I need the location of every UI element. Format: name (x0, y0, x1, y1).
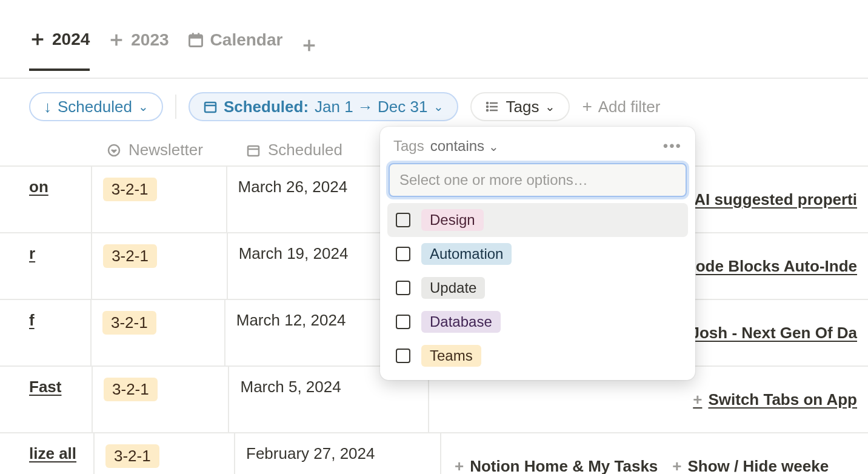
row-newsletter[interactable]: 3-2-1 (92, 167, 227, 232)
chevron-down-icon: ⌄ (489, 140, 499, 153)
arrow-down-icon: ↓ (44, 98, 52, 116)
row-newsletter[interactable]: 3-2-1 (95, 433, 235, 474)
relation-label: Switch Tabs on App (708, 390, 857, 409)
relation-label: Notion Home & My Tasks (470, 457, 658, 475)
calendar-icon (246, 143, 261, 158)
tab-2023[interactable]: 2023 (108, 19, 169, 69)
plus-icon (108, 32, 125, 48)
tag-option-automation[interactable]: Automation (387, 237, 688, 271)
more-icon[interactable]: ••• (663, 138, 682, 155)
relation-item[interactable]: +ode Blocks Auto-Inde (681, 244, 857, 288)
tag-option-update[interactable]: Update (387, 271, 688, 305)
tag-option-teams[interactable]: Teams (387, 339, 688, 373)
relation-item[interactable]: +Josh - Next Gen Of Da (675, 311, 857, 355)
newsletter-badge: 3-2-1 (103, 178, 157, 201)
plus-icon: + (455, 457, 464, 475)
row-title[interactable]: r (0, 233, 92, 299)
plus-icon (301, 37, 318, 54)
tag-chip: Update (421, 277, 485, 299)
svg-point-17 (487, 110, 488, 111)
svg-point-16 (487, 106, 488, 107)
plus-icon (29, 31, 46, 48)
col-header-title[interactable] (0, 135, 96, 165)
relation-label: ode Blocks Auto-Inde (696, 257, 857, 276)
popover-prop-label: Tags (393, 138, 424, 155)
plus-icon: + (693, 390, 702, 409)
row-extras: +Notion Home & My Tasks+Show / Hide week… (441, 433, 868, 474)
plus-icon: + (582, 97, 592, 116)
checkbox[interactable] (396, 281, 410, 295)
tags-filter-popover: Tags contains ⌄ ••• DesignAutomationUpda… (380, 127, 695, 380)
checkbox[interactable] (396, 247, 410, 261)
popover-header: Tags contains ⌄ ••• (387, 135, 688, 163)
chevron-down-icon: ⌄ (545, 99, 555, 114)
col-label: Scheduled (268, 141, 342, 159)
divider (175, 95, 176, 119)
chevron-down-icon: ⌄ (138, 99, 149, 114)
newsletter-badge: 3-2-1 (104, 378, 158, 401)
tab-label: Calendar (210, 30, 283, 50)
plus-icon: + (672, 457, 681, 475)
tag-option-database[interactable]: Database (387, 305, 688, 339)
checkbox[interactable] (396, 349, 410, 363)
tag-chip: Design (421, 209, 484, 231)
relation-item[interactable]: +Switch Tabs on App (693, 378, 857, 421)
col-label: Newsletter (129, 141, 203, 159)
checkbox[interactable] (396, 213, 410, 227)
relation-label: AI suggested properti (694, 190, 857, 209)
relation-item[interactable]: +Show / Hide weeke (672, 444, 829, 474)
tag-option-design[interactable]: Design (387, 203, 688, 237)
svg-rect-10 (205, 102, 216, 112)
relation-item[interactable]: +Notion Home & My Tasks (455, 444, 658, 474)
table-row[interactable]: lize all3-2-1February 27, 2024+Notion Ho… (0, 432, 868, 474)
row-newsletter[interactable]: 3-2-1 (92, 233, 228, 299)
row-newsletter[interactable]: 3-2-1 (92, 300, 225, 366)
tag-chip: Database (421, 311, 501, 333)
calendar-icon (187, 32, 204, 48)
newsletter-badge: 3-2-1 (105, 444, 159, 468)
add-filter-label: Add filter (598, 98, 661, 116)
add-view-button[interactable] (301, 26, 318, 62)
row-title[interactable]: on (0, 167, 92, 232)
chevron-down-icon: ⌄ (433, 99, 444, 114)
svg-rect-19 (248, 146, 259, 156)
tags-filter-label: Tags (506, 98, 539, 116)
list-icon (485, 99, 499, 114)
row-newsletter[interactable]: 3-2-1 (93, 367, 229, 432)
newsletter-badge: 3-2-1 (103, 244, 157, 268)
tab-label: 2023 (131, 30, 169, 50)
view-tabs: 2024 2023 Calendar (0, 0, 868, 79)
date-filter-prop: Scheduled: (224, 98, 309, 116)
tag-chip: Teams (421, 345, 481, 367)
svg-point-15 (487, 102, 488, 104)
row-scheduled[interactable]: February 27, 2024 (235, 433, 441, 474)
tab-2024[interactable]: 2024 (29, 19, 90, 71)
checkbox[interactable] (396, 315, 410, 329)
popover-condition[interactable]: contains ⌄ (430, 138, 499, 155)
relation-label: Josh - Next Gen Of Da (691, 324, 858, 342)
row-title[interactable]: Fast (0, 367, 93, 432)
row-title[interactable]: f (0, 300, 92, 366)
calendar-icon (203, 99, 218, 114)
popover-options: DesignAutomationUpdateDatabaseTeams (387, 203, 688, 373)
tag-chip: Automation (421, 243, 512, 265)
add-filter-button[interactable]: + Add filter (582, 97, 660, 116)
tags-search-input[interactable] (389, 163, 687, 197)
tab-calendar[interactable]: Calendar (187, 19, 283, 69)
row-title[interactable]: lize all (0, 433, 95, 474)
date-filter-pill[interactable]: Scheduled: Jan 1 → Dec 31 ⌄ (189, 92, 459, 121)
sort-pill[interactable]: ↓ Scheduled ⌄ (29, 92, 163, 121)
newsletter-badge: 3-2-1 (102, 311, 156, 335)
svg-rect-5 (189, 35, 202, 39)
select-icon (107, 143, 121, 158)
sort-label: Scheduled (58, 98, 132, 116)
col-header-newsletter[interactable]: Newsletter (96, 135, 235, 165)
relation-label: Show / Hide weeke (688, 457, 829, 475)
tab-label: 2024 (52, 30, 90, 49)
relation-item[interactable]: +AI suggested properti (679, 178, 857, 221)
tags-filter-pill[interactable]: Tags ⌄ (470, 92, 570, 121)
date-filter-range: Jan 1 → Dec 31 (315, 98, 427, 116)
